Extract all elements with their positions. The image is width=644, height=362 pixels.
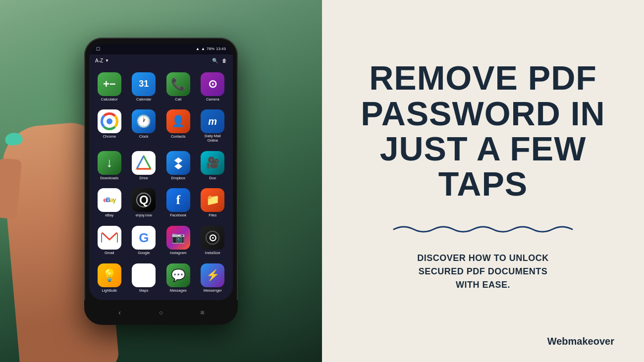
app-item-enjoynow[interactable]: Q enjoy.now	[128, 186, 161, 222]
app-item-duo[interactable]: 🎥 Duo	[197, 149, 229, 185]
app-item-dropbox[interactable]: Dropbox	[162, 149, 195, 185]
app-item-google[interactable]: G Google	[128, 224, 161, 259]
calendar-label: Calendar	[136, 97, 151, 102]
home-button[interactable]: ○	[156, 308, 166, 317]
gmail-label: Gmail	[105, 251, 114, 255]
wifi-icon: ▲	[196, 47, 200, 51]
files-label: Files	[209, 213, 216, 217]
main-heading: REMOVE PDF PASSWORD IN JUST A FEW TAPS	[361, 60, 605, 202]
app-item-files[interactable]: 📁 Files	[197, 186, 229, 222]
chrome-label: Chrome	[103, 134, 116, 139]
downloads-label: Downloads	[100, 176, 118, 180]
app-item-chrome[interactable]: Chrome	[93, 107, 126, 147]
duo-icon: 🎥	[201, 151, 224, 175]
camera-label: Camera	[206, 97, 219, 102]
app-item-ebay[interactable]: eBay eBay	[93, 186, 126, 222]
app-item-contacts[interactable]: 👤 Contacts	[162, 107, 195, 147]
dropbox-icon	[166, 151, 190, 175]
ebay-icon: eBay	[98, 188, 121, 212]
contacts-label: Contacts	[171, 134, 186, 139]
heading-line4: TAPS	[361, 166, 605, 202]
messages-icon: 💬	[166, 263, 190, 287]
app-item-camera[interactable]: ⊙ Camera	[197, 70, 229, 106]
google-icon: G	[132, 226, 156, 250]
left-panel: ☐ ▲ ▲ 78% 13:43 A-Z ▼ 🔍 🗑	[0, 0, 322, 362]
heading-line2: PASSWORD IN	[361, 96, 605, 131]
time-text: 13:43	[216, 47, 226, 51]
duo-label: Duo	[209, 176, 216, 180]
app-bar: A-Z ▼ 🔍 🗑	[89, 54, 233, 67]
app-item-gmail[interactable]: Gmail	[93, 224, 126, 259]
back-button[interactable]: ‹	[115, 308, 125, 317]
app-item-messages[interactable]: 💬 Messages	[162, 261, 195, 297]
instagram-label: Instagram	[170, 251, 186, 255]
app-item-instasize[interactable]: ⊙ InstaSize	[197, 224, 229, 259]
clock-label: Clock	[139, 134, 149, 139]
app-item-calendar[interactable]: 31 Calendar	[128, 70, 161, 106]
calculator-icon: +−	[98, 72, 121, 96]
sort-label: A-Z	[95, 58, 103, 63]
brand-name: Webmakeover	[547, 336, 614, 347]
svg-marker-1	[137, 156, 151, 169]
contacts-icon: 👤	[166, 109, 190, 133]
camera-icon: ⊙	[201, 72, 224, 96]
sub-line2: SECURED PDF DOCUMENTS	[417, 265, 549, 278]
heading-line3: JUST A FEW	[361, 131, 605, 166]
maps-icon: 🗺	[132, 263, 156, 287]
battery-text: 78%	[207, 47, 215, 51]
svg-line-2	[137, 156, 144, 169]
facebook-label: Facebook	[170, 213, 186, 217]
instasize-icon: ⊙	[201, 226, 224, 250]
right-panel: REMOVE PDF PASSWORD IN JUST A FEW TAPS D…	[322, 0, 644, 362]
svg-line-3	[144, 156, 151, 169]
delete-icon[interactable]: 🗑	[222, 58, 227, 63]
drive-icon	[132, 151, 156, 175]
lightbulb-label: Lightbulb	[102, 288, 117, 293]
recents-button[interactable]: ≡	[197, 308, 207, 317]
instasize-label: InstaSize	[205, 251, 220, 255]
app-item-calculator[interactable]: +− Calculator	[93, 70, 126, 106]
sub-line3: WITH EASE.	[417, 278, 549, 292]
wavy-divider	[352, 222, 614, 237]
signal-icon: ▲	[201, 47, 205, 51]
app-item-dailymail[interactable]: m Daily MailOnline	[197, 107, 229, 147]
phone-screen: ☐ ▲ ▲ 78% 13:43 A-Z ▼ 🔍 🗑	[89, 44, 233, 300]
facebook-icon: f	[166, 188, 190, 212]
messenger-label: Messenger	[204, 288, 222, 293]
status-bar: ☐ ▲ ▲ 78% 13:43	[89, 44, 233, 54]
app-item-call[interactable]: 📞 Call	[162, 70, 195, 106]
sub-text: DISCOVER HOW TO UNLOCK SECURED PDF DOCUM…	[417, 252, 549, 292]
svg-marker-6	[174, 157, 182, 163]
screen-content: +− Calculator 31 Calendar 📞	[89, 67, 233, 300]
messenger-icon: ⚡	[201, 263, 224, 287]
calendar-icon: 31	[132, 72, 156, 96]
app-item-lightbulb[interactable]: 💡 Lightbulb	[93, 261, 126, 297]
heading-line1: REMOVE PDF	[361, 60, 605, 96]
app-item-instagram[interactable]: 📷 Instagram	[162, 224, 195, 259]
app-grid: +− Calculator 31 Calendar 📞	[89, 67, 233, 300]
enjoynow-label: enjoy.now	[136, 213, 152, 217]
app-item-facebook[interactable]: f Facebook	[162, 186, 195, 222]
enjoynow-icon: Q	[132, 188, 156, 212]
lightbulb-icon: 💡	[98, 263, 121, 287]
search-icon[interactable]: 🔍	[212, 58, 218, 63]
files-icon: 📁	[201, 188, 224, 212]
app-item-maps[interactable]: 🗺 Maps	[128, 261, 161, 297]
calculator-label: Calculator	[101, 97, 118, 102]
app-item-messenger[interactable]: ⚡ Messenger	[197, 261, 229, 297]
svg-marker-0	[137, 156, 151, 169]
app-item-drive[interactable]: Drive	[128, 149, 161, 185]
dropbox-label: Dropbox	[171, 176, 185, 180]
app-item-clock[interactable]: 🕐 Clock	[128, 107, 161, 147]
app-item-downloads[interactable]: ↓ Downloads	[93, 149, 126, 185]
gmail-icon	[98, 226, 121, 250]
status-right: ▲ ▲ 78% 13:43	[196, 47, 226, 51]
maps-label: Maps	[139, 288, 148, 293]
dailymail-label: Daily MailOnline	[205, 134, 221, 143]
status-left: ☐	[96, 47, 100, 52]
call-icon: 📞	[166, 72, 190, 96]
instagram-icon: 📷	[166, 226, 190, 250]
chevron-down-icon: ▼	[105, 58, 109, 63]
app-bar-left: A-Z ▼	[95, 58, 109, 63]
chrome-icon	[98, 109, 121, 133]
